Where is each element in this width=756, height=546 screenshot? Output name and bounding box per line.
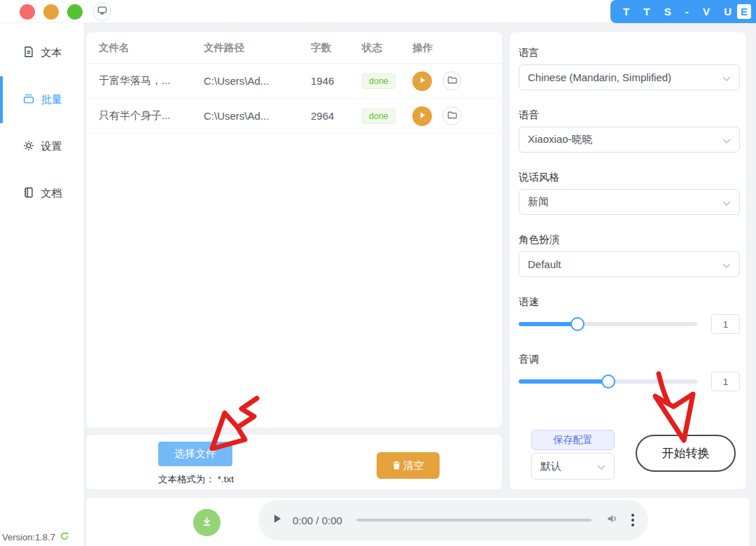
status-badge: done	[362, 74, 396, 89]
chevron-down-icon	[722, 258, 731, 270]
sidebar-item-label: 批量	[41, 93, 62, 106]
cell-filepath: C:\Users\Ad...	[204, 75, 311, 87]
sidebar-item-text[interactable]: 文本	[0, 29, 84, 76]
trash-icon	[392, 460, 401, 472]
config-preset-select[interactable]: 默认	[531, 453, 615, 479]
column-header-status: 状态	[362, 41, 412, 55]
sidebar-item-label: 设置	[41, 140, 62, 153]
pitch-value-box[interactable]: 1	[711, 372, 740, 391]
pitch-slider-handle[interactable]	[601, 374, 615, 388]
player-play-icon[interactable]	[272, 514, 282, 526]
folder-icon	[447, 75, 457, 87]
maximize-button[interactable]	[67, 4, 83, 20]
monitor-icon	[97, 5, 108, 19]
speed-slider-fill	[519, 322, 578, 326]
clear-list-button[interactable]: 清空	[377, 452, 440, 479]
save-config-button[interactable]: 保存配置	[531, 430, 615, 450]
logo-text: T T S - V U	[623, 6, 737, 18]
chevron-down-icon	[597, 461, 606, 472]
speed-slider-handle[interactable]	[570, 317, 584, 331]
sidebar-item-label: 文档	[41, 187, 62, 200]
file-format-hint: 文本格式为： *.txt	[158, 473, 234, 486]
role-play-select-value: Default	[528, 258, 561, 270]
config-preset-value: 默认	[540, 460, 561, 473]
document-icon	[22, 46, 35, 60]
pitch-label: 音调	[519, 353, 740, 366]
voice-select[interactable]: Xiaoxiao-晓晓	[519, 127, 740, 153]
chevron-down-icon	[722, 134, 731, 146]
cell-filepath: C:\Users\Ad...	[204, 110, 311, 122]
close-button[interactable]	[20, 4, 35, 20]
player-time: 0:00 / 0:00	[293, 514, 342, 526]
open-folder-button[interactable]	[442, 71, 461, 90]
role-play-select[interactable]: Default	[519, 251, 740, 277]
window-controls	[20, 4, 83, 20]
open-folder-button[interactable]	[442, 106, 461, 125]
language-select-value: Chinese (Mandarin, Simplified)	[528, 71, 671, 83]
sidebar-item-label: 文本	[41, 46, 62, 59]
column-header-filepath: 文件路径	[204, 41, 311, 55]
speed-value-box[interactable]: 1	[711, 314, 740, 334]
sidebar: 文本 批量 设置	[0, 23, 85, 546]
table-row: 于富华落马，... C:\Users\Ad... 1946 done	[86, 64, 502, 99]
speaking-style-label: 说话风格	[519, 171, 740, 184]
audio-player-bar: 0:00 / 0:00	[85, 497, 750, 546]
audio-player: 0:00 / 0:00	[258, 500, 648, 540]
folder-icon	[447, 110, 457, 122]
play-icon	[419, 76, 426, 86]
gear-icon	[22, 139, 35, 154]
display-mode-button[interactable]	[93, 3, 111, 21]
check-update-icon[interactable]	[59, 531, 69, 543]
column-header-wordcount: 字数	[311, 41, 362, 55]
pitch-slider-fill	[519, 379, 608, 384]
cell-filename: 只有半个身子...	[99, 109, 204, 122]
chevron-down-icon	[722, 71, 731, 83]
title-bar: T T S - V U E	[0, 0, 756, 23]
version-label: Version:1.8.7	[2, 532, 55, 542]
voice-label: 语音	[519, 108, 740, 122]
minimize-button[interactable]	[43, 4, 59, 20]
cell-filename: 于富华落马，...	[99, 74, 204, 88]
language-select[interactable]: Chinese (Mandarin, Simplified)	[519, 64, 740, 90]
table-row: 只有半个身子... C:\Users\Ad... 2964 done	[86, 99, 502, 134]
app-logo: T T S - V U E	[610, 0, 756, 23]
sidebar-item-batch[interactable]: 批量	[0, 76, 84, 123]
sidebar-item-settings[interactable]: 设置	[0, 123, 84, 170]
version-info: Version:1.8.7	[2, 531, 69, 543]
table-header: 文件名 文件路径 字数 状态 操作	[86, 32, 502, 64]
chevron-down-icon	[722, 196, 731, 208]
speaking-style-select-value: 新闻	[528, 195, 549, 209]
clear-button-label: 清空	[403, 459, 424, 472]
sidebar-item-docs[interactable]: 文档	[0, 170, 84, 217]
play-file-button[interactable]	[412, 106, 432, 126]
cell-wordcount: 1946	[311, 75, 362, 87]
batch-box-icon	[22, 92, 35, 107]
voice-select-value: Xiaoxiao-晓晓	[528, 133, 593, 146]
speaking-style-select[interactable]: 新闻	[519, 189, 740, 215]
status-badge: done	[362, 108, 396, 124]
pitch-slider[interactable]	[519, 371, 697, 392]
language-label: 语言	[519, 46, 740, 59]
player-menu-icon[interactable]	[631, 514, 634, 526]
speed-slider[interactable]	[519, 314, 697, 335]
column-header-actions: 操作	[412, 41, 502, 55]
cell-wordcount: 2964	[311, 110, 362, 122]
player-progress-bar[interactable]	[356, 519, 592, 522]
start-conversion-button[interactable]: 开始转换	[636, 435, 736, 472]
role-play-label: 角色扮演	[519, 233, 740, 246]
column-header-filename: 文件名	[99, 41, 204, 55]
play-file-button[interactable]	[412, 71, 432, 91]
logo-badge: E	[737, 4, 751, 19]
batch-file-table: 文件名 文件路径 字数 状态 操作 于富华落马，... C:\Users\Ad.…	[85, 31, 503, 428]
tts-settings-panel: 语言 Chinese (Mandarin, Simplified) 语音 Xia…	[509, 31, 747, 490]
select-file-button[interactable]: 选择文件	[158, 442, 232, 466]
volume-icon[interactable]	[606, 512, 620, 528]
file-select-bar: 选择文件 文本格式为： *.txt 清空	[85, 434, 503, 490]
play-icon	[419, 111, 426, 121]
speed-label: 语速	[519, 295, 740, 309]
download-icon	[201, 516, 213, 530]
notebook-icon	[22, 186, 35, 201]
download-audio-button[interactable]	[193, 509, 220, 536]
